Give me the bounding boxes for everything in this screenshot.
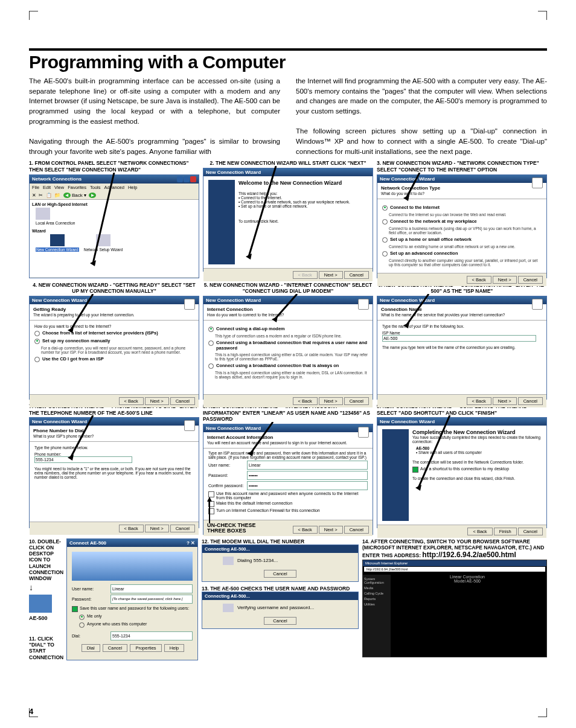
- cancel-button[interactable]: Cancel: [518, 397, 543, 405]
- cancel-button[interactable]: Cancel: [170, 397, 195, 405]
- browser-url: http://192.6.94.2/ae500.html: [422, 551, 516, 559]
- step-5: 5. NEW CONNECTION WIZARD - "INTERNET CON…: [203, 282, 373, 400]
- sidebar-item-config[interactable]: System Configuration: [364, 577, 389, 584]
- cancel-button[interactable]: Cancel: [264, 570, 296, 578]
- next-button[interactable]: Next >: [145, 525, 169, 532]
- radio-broadband-pw[interactable]: Connect using a broadband connection tha…: [208, 340, 368, 351]
- phone-number-input[interactable]: [34, 456, 132, 463]
- isp-name-input[interactable]: [382, 335, 536, 342]
- intro-p1: The AE-500's built-in programming interf…: [29, 77, 280, 125]
- cancel-button[interactable]: Cancel: [344, 271, 369, 279]
- radio-home-network[interactable]: Set up a home or small office network: [382, 237, 542, 243]
- address-bar[interactable]: http://192.6.94.2/ae500.html: [364, 567, 545, 572]
- cancel-button[interactable]: Cancel: [344, 526, 369, 534]
- radio-me-only[interactable]: Me only: [79, 614, 193, 620]
- step-6: 6. NEW CONNECTION WIZARD - "CONNECTION N…: [377, 282, 547, 400]
- cancel-button[interactable]: Cancel: [518, 276, 543, 284]
- modem-icon: [223, 557, 234, 565]
- cancel-button[interactable]: Cancel: [344, 397, 369, 405]
- maximize-icon[interactable]: [184, 176, 190, 182]
- password-input[interactable]: [110, 595, 193, 604]
- wizard-icon: [358, 299, 369, 310]
- checkbox-firewall[interactable]: Turn on Internet Connection Firewall for…: [208, 508, 368, 514]
- steps-10-11: 10. DOUBLE-CLICK ON DESKTOP ICON TO LAUN…: [29, 538, 198, 660]
- window-title: New Connection Wizard: [380, 298, 435, 303]
- step-15-caption: ◄15. THE AE-500 "HOME PAGE" WILL DISPLAY…: [506, 575, 548, 619]
- checkbox-anyone[interactable]: Use this account name and password when …: [208, 491, 368, 500]
- help-button[interactable]: Help: [164, 644, 184, 652]
- radio-cd[interactable]: Use the CD I got from an ISP: [34, 356, 194, 362]
- dial-number-input[interactable]: [110, 631, 193, 640]
- password-input[interactable]: [247, 471, 368, 480]
- radio-manual[interactable]: Set up my connection manually: [34, 338, 194, 344]
- checkbox-shortcut[interactable]: Add a shortcut to this connection to my …: [412, 467, 542, 473]
- local-area-connection-icon[interactable]: Local Area Connection: [36, 221, 196, 225]
- desktop-shortcut-icon[interactable]: [29, 595, 52, 613]
- radio-isp-list[interactable]: Choose from a list of Internet service p…: [34, 330, 194, 336]
- intro-p4: The following screen pictures show setti…: [296, 127, 547, 155]
- close-icon[interactable]: [190, 176, 196, 182]
- window-title: New Connection Wizard: [380, 419, 435, 424]
- username-input[interactable]: [110, 584, 193, 593]
- properties-button[interactable]: Properties: [130, 644, 161, 652]
- section-lan: LAN or High-Speed Internet: [32, 202, 196, 206]
- wizard-heading: Welcome to the New Connection Wizard: [238, 180, 342, 186]
- radio-connect-internet[interactable]: Connect to the Internet: [382, 205, 542, 211]
- wizard-icon: [532, 299, 543, 310]
- finish-button[interactable]: Finish: [494, 528, 517, 535]
- next-button[interactable]: Next >: [493, 397, 517, 405]
- wizard-icon: [358, 427, 369, 438]
- next-button[interactable]: Next >: [493, 276, 517, 284]
- step-4-caption: 4. NEW CONNECTION WIZARD - "GETTING READ…: [29, 282, 199, 295]
- radio-advanced[interactable]: Set up an advanced connection: [382, 251, 542, 257]
- back-button[interactable]: < Back: [293, 526, 318, 534]
- sidebar-item-reports[interactable]: Reports: [364, 597, 389, 601]
- window-title: Connecting AE-500...: [202, 592, 358, 600]
- step-13-caption: 13. THE AE-500 CHECKS THE USER NAME AND …: [202, 586, 359, 592]
- back-button[interactable]: < Back: [293, 397, 318, 405]
- section-wizard: Wizard: [32, 229, 196, 233]
- checkbox-save[interactable]: Save this user name and password for the…: [72, 606, 193, 612]
- next-button[interactable]: Next >: [319, 526, 343, 534]
- step-12-caption: 12. THE MODEM WILL DIAL THE NUMBER: [202, 538, 359, 544]
- cancel-button[interactable]: Cancel: [264, 617, 296, 625]
- next-button[interactable]: Next >: [319, 397, 343, 405]
- next-button[interactable]: Next >: [145, 397, 169, 405]
- radio-broadband-on[interactable]: Connect using a broadband connection tha…: [208, 363, 368, 369]
- desktop-shortcut-label: AE-500: [29, 615, 64, 621]
- confirm-password-input[interactable]: [247, 481, 368, 490]
- back-button[interactable]: < Back: [467, 528, 492, 535]
- step-7: 7. NEW CONNECTION WIZARD - "PHONE NUMBER…: [29, 403, 199, 535]
- back-button[interactable]: < Back: [119, 397, 144, 405]
- radio-workplace[interactable]: Connect to the network at my workplace: [382, 219, 542, 225]
- radio-anyone[interactable]: Anyone who uses this computer: [79, 622, 193, 628]
- menu-bar[interactable]: FileEditViewFavoritesToolsAdvancedHelp: [30, 184, 199, 191]
- steps-14-15: 14. AFTER CONNECTING, SWITCH TO YOUR BRO…: [362, 538, 547, 660]
- network-setup-wizard-icon[interactable]: Network Setup Wizard: [84, 247, 123, 252]
- checkbox-default[interactable]: Make this the default Internet connectio…: [208, 501, 368, 507]
- next-button[interactable]: Next >: [319, 271, 343, 279]
- radio-dialup[interactable]: Connect using a dial-up modem: [208, 326, 368, 332]
- intro-text: The AE-500's built-in programming interf…: [29, 76, 547, 156]
- steps-12-13: 12. THE MODEM WILL DIAL THE NUMBER Conne…: [202, 538, 359, 660]
- back-button[interactable]: < Back: [119, 525, 144, 532]
- cancel-button[interactable]: Cancel: [103, 644, 127, 652]
- sidebar-item-utilities[interactable]: Utilities: [364, 602, 389, 606]
- cancel-button[interactable]: Cancel: [518, 528, 543, 535]
- step-2-caption: 2. THE NEW CONNECTION WIZARD WILL START …: [203, 160, 373, 167]
- page-number: 4: [29, 707, 33, 716]
- window-title: Connecting AE-500...: [202, 545, 358, 553]
- dial-button[interactable]: Dial: [82, 644, 100, 652]
- window-title: Connect AE-500: [69, 540, 106, 546]
- back-button[interactable]: < Back: [467, 397, 491, 405]
- step-5-caption: 5. NEW CONNECTION WIZARD - "INTERNET CON…: [203, 282, 373, 295]
- username-input[interactable]: [247, 461, 368, 470]
- back-button[interactable]: < Back: [467, 276, 491, 284]
- cancel-button[interactable]: Cancel: [170, 525, 195, 532]
- new-connection-wizard-icon[interactable]: New Connection Wizard: [36, 247, 79, 252]
- wizard-icon: [532, 177, 543, 188]
- window-title: New Connection Wizard: [206, 426, 261, 431]
- sidebar-item-media[interactable]: Media: [364, 586, 389, 590]
- minimize-icon[interactable]: [177, 176, 183, 182]
- sidebar-item-calling[interactable]: Calling Cycle: [364, 592, 389, 595]
